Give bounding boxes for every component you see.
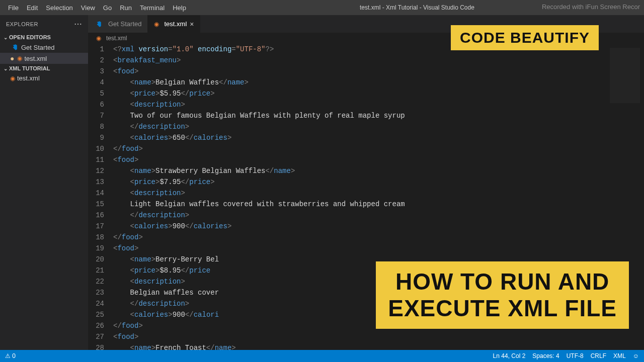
sidebar: EXPLORER ⋯ ⌄ OPEN EDITORS Get Started●◉t… (0, 15, 88, 350)
menu-bar: FileEditSelectionViewGoRunTerminalHelp (0, 4, 190, 12)
tab-label: test.xml (164, 20, 187, 28)
statusbar: ⚠ 0 Ln 44, Col 2 Spaces: 4 UTF-8 CRLF XM… (0, 350, 644, 362)
status-errors[interactable]: ⚠ 0 (5, 352, 16, 359)
status-encoding[interactable]: UTF-8 (567, 352, 584, 359)
workspace-label: XML TUTORIAL (9, 65, 50, 71)
menu-file[interactable]: File (4, 4, 23, 12)
rss-icon: ◉ (17, 55, 22, 62)
item-label: test.xml (17, 74, 40, 82)
editor-tab[interactable]: ◉test.xml× (148, 15, 200, 33)
close-icon[interactable]: × (190, 20, 194, 28)
rss-icon: ◉ (154, 21, 159, 28)
status-lang[interactable]: XML (613, 352, 626, 359)
line-gutter: 1234567891011121314151617181920212223242… (88, 44, 113, 350)
open-editors-label: OPEN EDITORS (9, 34, 51, 40)
watermark-text: Recorded with iFun Screen Recor (542, 3, 640, 11)
item-label: test.xml (24, 55, 47, 62)
item-label: Get Started (21, 44, 54, 51)
rss-icon: ◉ (96, 35, 101, 42)
menu-help[interactable]: Help (169, 4, 190, 12)
feedback-icon[interactable]: ☺ (633, 352, 639, 359)
menu-edit[interactable]: Edit (23, 4, 42, 12)
tab-label: Get Started (108, 20, 141, 28)
editor-tab[interactable]: Get Started (88, 15, 148, 33)
menu-run[interactable]: Run (116, 4, 136, 12)
menu-go[interactable]: Go (99, 4, 116, 12)
rss-icon: ◉ (10, 75, 15, 82)
sidebar-item[interactable]: ●◉test.xml (0, 53, 88, 64)
chevron-down-icon: ⌄ (2, 66, 9, 71)
status-ln-col[interactable]: Ln 44, Col 2 (493, 352, 526, 359)
overlay-title: HOW TO RUN ANDEXECUTE XML FILE (376, 261, 629, 329)
vscode-icon (94, 20, 102, 28)
chevron-down-icon: ⌄ (2, 35, 9, 40)
modified-dot-icon: ● (10, 54, 14, 62)
sidebar-item[interactable]: ◉test.xml (0, 73, 88, 83)
workspace-header[interactable]: ⌄ XML TUTORIAL (0, 64, 88, 73)
status-spaces[interactable]: Spaces: 4 (532, 352, 559, 359)
explorer-header: EXPLORER ⋯ (0, 15, 88, 33)
menu-selection[interactable]: Selection (42, 4, 76, 12)
status-eol[interactable]: CRLF (591, 352, 606, 359)
menu-view[interactable]: View (77, 4, 99, 12)
sidebar-item[interactable]: Get Started (0, 42, 88, 53)
explorer-title: EXPLORER (6, 21, 38, 27)
menu-terminal[interactable]: Terminal (136, 4, 169, 12)
overlay-brand: CODE BEAUTIFY (451, 25, 599, 50)
vscode-icon (10, 43, 18, 51)
minimap[interactable] (610, 48, 640, 103)
breadcrumb-label: test.xml (106, 35, 127, 42)
open-editors-header[interactable]: ⌄ OPEN EDITORS (0, 33, 88, 42)
more-actions-icon[interactable]: ⋯ (74, 19, 83, 29)
